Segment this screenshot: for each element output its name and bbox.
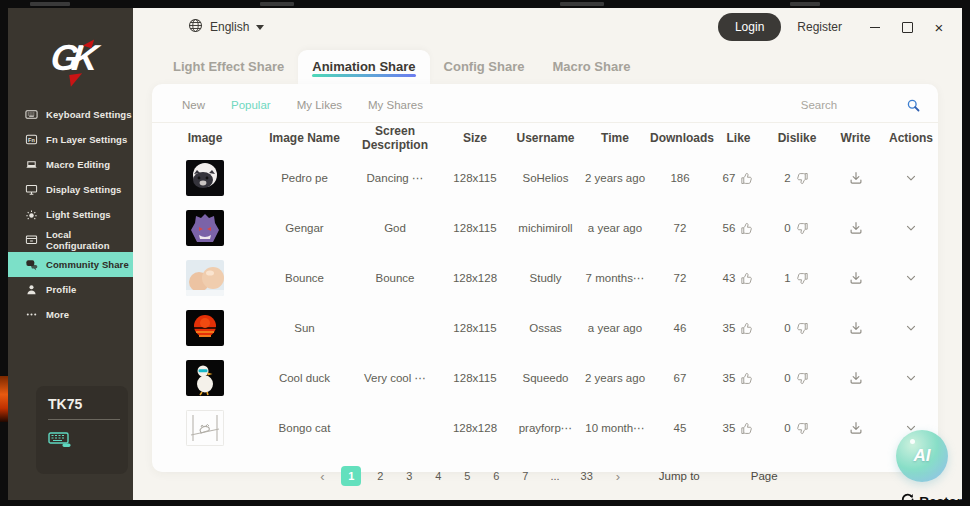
page-button-6[interactable]: 6 xyxy=(486,466,506,486)
search-icon[interactable] xyxy=(906,98,921,113)
sidebar-item-light-settings[interactable]: Light Settings xyxy=(8,202,133,227)
dislike-count: 0 xyxy=(784,222,790,234)
image-cell xyxy=(152,310,258,346)
active-tab-underline xyxy=(312,74,415,77)
device-card[interactable]: TK75 xyxy=(36,386,128,474)
page-button-5[interactable]: 5 xyxy=(457,466,477,486)
thumbs-down-icon[interactable] xyxy=(795,371,810,386)
sidebar-item-fn-layer-settings[interactable]: Fn Fn Layer Settings xyxy=(8,127,133,152)
device-name: TK75 xyxy=(48,396,116,412)
dislike-count: 0 xyxy=(784,422,790,434)
actions-cell xyxy=(884,321,938,335)
tab-animation-share[interactable]: Animation Share xyxy=(298,50,429,84)
sidebar-item-keyboard-settings[interactable]: Keyboard Settings xyxy=(8,102,133,127)
prev-page-button[interactable]: ‹ xyxy=(312,466,332,486)
thumbs-up-icon[interactable] xyxy=(739,321,754,336)
filter-bar: New Popular My Likes My Shares xyxy=(152,84,938,122)
download-icon[interactable] xyxy=(848,270,864,286)
tab-macro-share[interactable]: Macro Share xyxy=(538,50,644,84)
sidebar-item-label: Local Configuration xyxy=(46,229,133,251)
username-cell-text: prayforp⋯ xyxy=(519,421,573,435)
column-header: Dislike xyxy=(767,131,827,145)
page-button-1[interactable]: 1 xyxy=(341,466,361,486)
like-count: 56 xyxy=(723,222,736,234)
tab-config-share[interactable]: Config Share xyxy=(430,50,539,84)
thumbs-up-icon[interactable] xyxy=(739,271,754,286)
page-label: Page xyxy=(751,470,778,482)
expand-chevron-icon[interactable] xyxy=(904,221,918,235)
download-icon[interactable] xyxy=(848,420,864,436)
thumbs-up-icon[interactable] xyxy=(739,221,754,236)
image-name-cell-text: Sun xyxy=(294,322,314,334)
subtab-new[interactable]: New xyxy=(182,99,205,111)
downloads-cell: 72 xyxy=(650,222,710,234)
actions-cell xyxy=(884,271,938,285)
sidebar-item-community-share[interactable]: Community Share xyxy=(8,252,133,277)
description-cell: Dancing ⋯ xyxy=(351,171,439,185)
sidebar-item-macro-editing[interactable]: Macro Editing xyxy=(8,152,133,177)
language-selector[interactable]: English xyxy=(188,18,264,37)
page-button-7[interactable]: 7 xyxy=(515,466,535,486)
thumbs-down-icon[interactable] xyxy=(795,421,810,436)
app-window: GK Keyboard Settings Fn Fn Layer Setting… xyxy=(8,8,962,500)
thumbs-up-icon[interactable] xyxy=(739,171,754,186)
time-cell-text: a year ago xyxy=(588,222,642,234)
download-icon[interactable] xyxy=(848,370,864,386)
thumbs-down-icon[interactable] xyxy=(795,271,810,286)
write-cell xyxy=(827,220,884,236)
like-cell: 35 xyxy=(710,321,767,336)
page-button-3[interactable]: 3 xyxy=(399,466,419,486)
tab-light-effect-share[interactable]: Light Effect Share xyxy=(159,50,298,84)
expand-chevron-icon[interactable] xyxy=(904,371,918,385)
thumbs-up-icon[interactable] xyxy=(739,421,754,436)
sidebar-item-more[interactable]: More xyxy=(8,302,133,327)
next-page-button[interactable]: › xyxy=(608,466,628,486)
thumbs-up-icon[interactable] xyxy=(739,371,754,386)
downloads-cell: 72 xyxy=(650,272,710,284)
table-row: BounceBounce128x128Studly7 months⋯72431 xyxy=(152,253,938,303)
page-button-33[interactable]: 33 xyxy=(575,466,599,486)
expand-chevron-icon[interactable] xyxy=(904,171,918,185)
column-header: Image Name xyxy=(258,131,351,145)
sidebar-item-local-configuration[interactable]: Local Configuration xyxy=(8,227,133,252)
thumbs-down-icon[interactable] xyxy=(795,171,810,186)
subtab-my-likes[interactable]: My Likes xyxy=(297,99,342,111)
ai-assistant-button[interactable]: AI xyxy=(896,430,948,482)
page-ellipsis[interactable]: ... xyxy=(544,466,565,486)
subtab-my-shares[interactable]: My Shares xyxy=(368,99,423,111)
expand-chevron-icon[interactable] xyxy=(904,321,918,335)
image-name-cell: Sun xyxy=(258,322,351,334)
expand-chevron-icon[interactable] xyxy=(904,271,918,285)
actions-cell xyxy=(884,221,938,235)
dislike-cell: 2 xyxy=(767,171,827,186)
actions-cell xyxy=(884,171,938,185)
sidebar-item-profile[interactable]: Profile xyxy=(8,277,133,302)
sidebar-item-display-settings[interactable]: Display Settings xyxy=(8,177,133,202)
maximize-button[interactable] xyxy=(900,20,914,34)
subtab-popular[interactable]: Popular xyxy=(231,99,271,111)
downloads-cell-text: 46 xyxy=(674,322,687,334)
search-input[interactable] xyxy=(740,98,898,112)
download-icon[interactable] xyxy=(848,220,864,236)
download-icon[interactable] xyxy=(848,320,864,336)
restore-factory-settings[interactable]: Restore Factory Settings xyxy=(133,492,962,500)
username-cell-text: Squeedo xyxy=(522,372,568,384)
login-button[interactable]: Login xyxy=(718,13,781,41)
like-count: 43 xyxy=(723,272,736,284)
close-button[interactable]: × xyxy=(932,20,946,34)
taskbar-fragment xyxy=(560,2,604,6)
size-cell-text: 128x128 xyxy=(453,422,497,434)
thumbs-down-icon[interactable] xyxy=(795,221,810,236)
thumbs-down-icon[interactable] xyxy=(795,321,810,336)
page-button-2[interactable]: 2 xyxy=(370,466,390,486)
sidebar-item-label: Community Share xyxy=(46,259,129,270)
table-row: Cool duckVery cool ⋯128x115Squeedo2 year… xyxy=(152,353,938,403)
minimize-button[interactable] xyxy=(868,20,882,34)
username-cell: prayforp⋯ xyxy=(511,421,580,435)
image-name-cell-text: Pedro pe xyxy=(281,172,328,184)
size-cell-text: 128x115 xyxy=(453,322,496,334)
page-button-4[interactable]: 4 xyxy=(428,466,448,486)
download-icon[interactable] xyxy=(848,170,864,186)
time-cell-text: a year ago xyxy=(588,322,642,334)
register-button[interactable]: Register xyxy=(795,16,844,38)
